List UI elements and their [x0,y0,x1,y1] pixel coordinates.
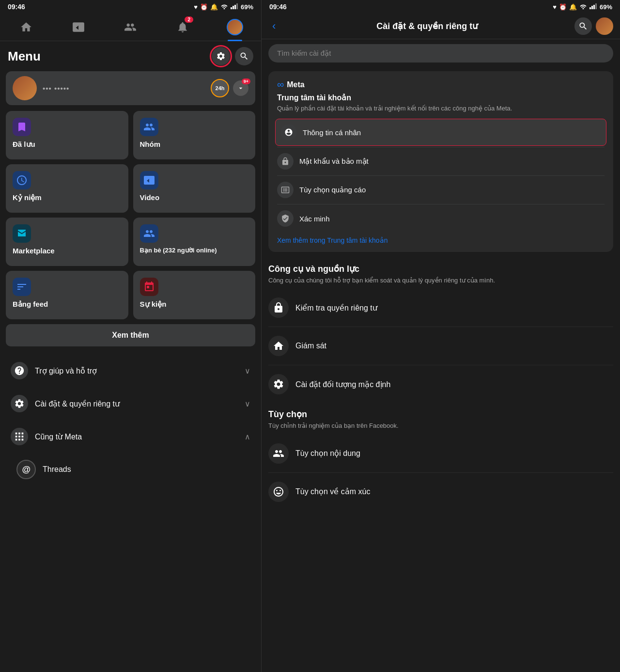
help-item[interactable]: Trợ giúp và hỗ trợ ∨ [6,354,255,387]
events-label: Sự kiện [140,300,167,309]
see-more-link[interactable]: Xem thêm trong Trung tâm tài khoản [277,236,604,244]
nav-profile[interactable] [224,16,246,38]
time-right: 09:46 [269,3,287,11]
alarm-icon: ⏰ [200,3,208,11]
story-ring[interactable]: 24h [211,79,229,97]
meta-menu-personal-info[interactable]: Thông tin cá nhân [275,119,606,146]
right-nav-bar: ‹ Cài đặt & quyền riêng tư [262,14,620,39]
xem-them-label: Xem thêm [112,331,149,339]
meta-card-desc: Quản lý phần cài đặt tài khoản và trải n… [277,104,604,113]
wifi-icon [220,3,228,11]
groups-icon [140,118,158,136]
right-profile-avatar[interactable] [596,17,613,35]
threads-label: Threads [43,465,71,474]
grid-item-events[interactable]: Sự kiện [133,271,256,319]
sound-icon: 🔔 [210,3,218,11]
nav-bar-left: 2 [0,14,261,41]
profile-right: 24h 9+ [211,79,248,97]
tools-section-title: Công cụ và nguồn lực [268,264,613,274]
content-prefs-icon [268,443,289,464]
grid-item-saved[interactable]: Đã lưu [6,111,128,159]
search-menu-button[interactable] [235,47,253,65]
right-nav-icons [574,17,613,35]
saved-icon [13,118,31,136]
dropdown-btn[interactable]: 9+ [233,80,248,96]
ads-icon [277,182,294,198]
password-label: Mật khẩu và bảo mật [299,157,369,166]
grid-item-feed[interactable]: Bảng feed [6,271,128,319]
video-label: Video [140,193,160,202]
tool-supervision[interactable]: Giám sát [262,329,620,363]
audience-label: Cài đặt đối tượng mặc định [295,380,390,389]
events-icon [140,278,158,296]
meta-menu-ads[interactable]: Tùy chọn quảng cáo [277,177,604,203]
option-reaction-prefs[interactable]: Tùy chọn về cảm xúc [262,475,620,509]
xem-them-button[interactable]: Xem thêm [6,324,255,346]
settings-icon [11,395,28,412]
menu-header: Menu [0,41,261,71]
sound-icon-r: 🔔 [569,3,577,11]
heart-icon: ♥ [194,3,198,11]
divider-2 [277,175,604,176]
meta-menu-password[interactable]: Mật khẩu và bảo mật [277,148,604,174]
meta-symbol: ∞ [277,79,284,90]
grid-item-friends[interactable]: Bạn bè (232 người online) [133,218,256,266]
time-left: 09:46 [8,3,25,11]
settings-button[interactable] [212,47,230,65]
threads-item[interactable]: @ Threads [6,453,255,486]
marketplace-label: Marketplace [13,247,55,255]
nav-friends[interactable] [120,16,141,38]
menu-header-icons [212,47,253,65]
bottom-menu: Trợ giúp và hỗ trợ ∨ Cài đặt & quyền riê… [0,354,261,486]
also-meta-label: Cũng từ Meta [35,432,238,441]
profile-name: ••• ••••• [43,84,205,93]
settings-item[interactable]: Cài đặt & quyền riêng tư ∨ [6,387,255,420]
nav-video[interactable] [68,16,89,38]
grid-item-groups[interactable]: Nhóm [133,111,256,159]
svg-rect-5 [591,6,593,9]
tools-divider-1 [268,327,613,327]
back-button[interactable]: ‹ [268,18,279,34]
tool-audience[interactable]: Cài đặt đối tượng mặc định [262,367,620,401]
marketplace-icon [13,224,31,243]
search-bar[interactable]: Tìm kiếm cài đặt [268,44,613,63]
grid-item-marketplace[interactable]: Marketplace [6,218,128,266]
left-panel: 09:46 ♥ ⏰ 🔔 69% 2 [0,0,262,672]
verify-icon [277,210,294,227]
settings-label: Cài đặt & quyền riêng tư [35,399,238,408]
friends-label: Bạn bè (232 người online) [140,247,217,255]
reaction-prefs-icon [268,482,289,502]
right-search-button[interactable] [574,17,592,35]
groups-label: Nhóm [140,140,161,148]
meta-menu-verify[interactable]: Xác minh [277,205,604,232]
help-icon [11,362,28,379]
signal-icon-r [589,3,597,11]
profile-avatar [13,76,37,100]
options-divider-1 [268,472,613,473]
also-meta-item[interactable]: Cũng từ Meta ∧ [6,420,255,453]
divider-1 [277,147,604,147]
nav-home[interactable] [16,16,37,38]
also-meta-icon [11,428,28,445]
status-icons-left: ♥ ⏰ 🔔 69% [194,3,253,11]
heart-icon-r: ♥ [553,3,557,11]
feed-label: Bảng feed [13,300,48,309]
grid-item-video[interactable]: Video [133,164,256,213]
reaction-prefs-label: Tùy chọn về cảm xúc [295,487,370,496]
svg-rect-4 [589,7,591,9]
help-chevron: ∨ [245,366,250,375]
right-nav-title: Cài đặt & quyền riêng tư [284,21,570,31]
supervision-icon [268,336,289,356]
settings-chevron: ∨ [245,399,250,408]
profile-row[interactable]: ••• ••••• 24h 9+ [6,71,255,105]
nav-notifications[interactable]: 2 [172,16,193,38]
meta-logo: ∞ Meta [277,79,604,90]
right-panel: 09:46 ♥ ⏰ 🔔 69% ‹ Cài đặt & quyền riêng … [262,0,620,672]
memories-icon [13,171,31,189]
tool-privacy-checkup[interactable]: Kiểm tra quyền riêng tư [262,291,620,325]
also-meta-chevron: ∧ [245,432,250,441]
grid-item-memories[interactable]: Kỷ niệm [6,164,128,213]
option-content-prefs[interactable]: Tùy chọn nội dung [262,437,620,470]
signal-icon [231,3,238,11]
svg-rect-1 [232,6,234,9]
